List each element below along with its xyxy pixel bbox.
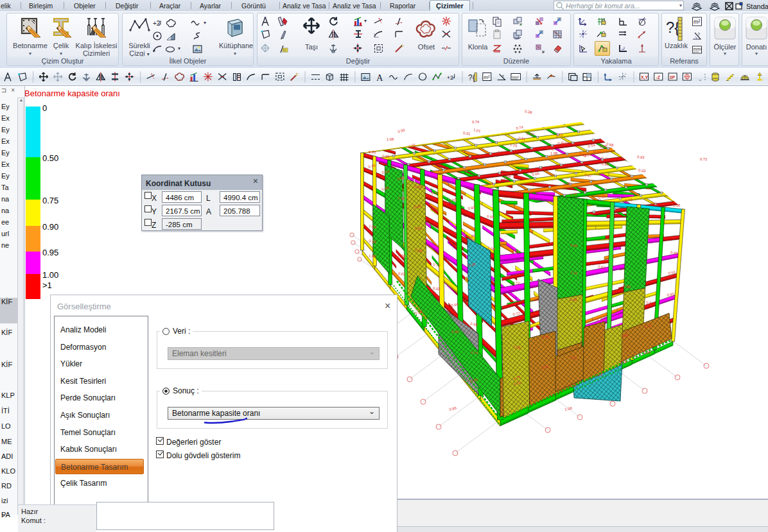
svg-text:0.93: 0.93 (467, 205, 475, 210)
svg-text:0.85: 0.85 (557, 141, 565, 146)
svg-text:0.72: 0.72 (512, 281, 519, 285)
svg-text:0.72: 0.72 (498, 150, 505, 155)
svg-text:0.66: 0.66 (602, 162, 609, 167)
svg-text:0.72: 0.72 (597, 317, 604, 322)
svg-text:0.49: 0.49 (670, 250, 678, 255)
svg-text:0.93: 0.93 (397, 176, 405, 181)
svg-text:3P: 3P (670, 75, 676, 80)
svg-text:0.66: 0.66 (398, 253, 406, 258)
svg-text:0.49: 0.49 (527, 132, 534, 137)
svg-text:0.54: 0.54 (432, 191, 439, 195)
svg-text:?{: ?{ (666, 19, 679, 36)
svg-text:0.93: 0.93 (485, 182, 493, 187)
svg-text:1.08: 1.08 (564, 406, 572, 411)
svg-text:0.66: 0.66 (451, 302, 458, 307)
svg-text:0.72: 0.72 (601, 156, 609, 161)
svg-text:+2: +2 (153, 20, 161, 27)
svg-text:0.49: 0.49 (369, 239, 376, 244)
svg-text:0.91: 0.91 (463, 131, 471, 136)
svg-text:1.08: 1.08 (397, 196, 405, 201)
svg-text:0.66: 0.66 (620, 333, 628, 338)
svg-text:0.93: 0.93 (563, 181, 571, 187)
svg-text:1.08: 1.08 (487, 246, 495, 251)
svg-text:0.49: 0.49 (619, 359, 627, 365)
svg-text:0.85: 0.85 (570, 243, 578, 248)
svg-text:1.01: 1.01 (473, 128, 481, 133)
svg-text:1.08: 1.08 (512, 250, 519, 253)
svg-text:?{: ?{ (468, 73, 475, 82)
svg-text:m²: m² (484, 74, 490, 80)
svg-text:1.20: 1.20 (513, 381, 521, 386)
svg-text:1.08: 1.08 (673, 203, 680, 207)
svg-text:0.93: 0.93 (369, 150, 376, 154)
svg-text:0.49: 0.49 (368, 163, 376, 169)
svg-text:0.38: 0.38 (468, 262, 476, 268)
svg-text:0.72: 0.72 (700, 157, 707, 161)
svg-text:0.93: 0.93 (593, 150, 601, 155)
svg-text:0.55: 0.55 (487, 214, 494, 219)
svg-text:m²: m² (694, 19, 701, 25)
svg-text:0.38: 0.38 (598, 194, 606, 200)
svg-text:0.93: 0.93 (638, 168, 646, 173)
svg-text:0.74: 0.74 (516, 125, 524, 130)
svg-text:1.25: 1.25 (595, 372, 603, 377)
svg-text:0.55: 0.55 (555, 133, 563, 138)
svg-text:0.91: 0.91 (646, 300, 654, 305)
svg-text:0.72: 0.72 (512, 311, 520, 316)
svg-text:X,Y: X,Y (641, 75, 649, 80)
svg-text:0.49: 0.49 (470, 322, 478, 327)
svg-text:1.08: 1.08 (570, 298, 577, 302)
svg-text:1.08: 1.08 (369, 253, 376, 259)
svg-text:0.72: 0.72 (433, 262, 441, 268)
svg-text:0.55: 0.55 (542, 335, 549, 339)
svg-text:?: ? (697, 32, 700, 37)
svg-text:0.74: 0.74 (513, 375, 521, 381)
svg-text:1.01: 1.01 (570, 192, 577, 197)
svg-text:0.66: 0.66 (600, 144, 607, 148)
svg-text:0.74: 0.74 (471, 350, 479, 356)
svg-text:0.54: 0.54 (381, 169, 390, 175)
svg-text:0.54: 0.54 (503, 174, 512, 180)
svg-text:0.66: 0.66 (561, 141, 569, 146)
svg-text:0.66: 0.66 (606, 142, 614, 147)
svg-text:0.72: 0.72 (625, 198, 633, 203)
svg-text:0.91: 0.91 (541, 365, 549, 370)
svg-text:0.38: 0.38 (382, 154, 390, 159)
svg-text:0.62: 0.62 (398, 271, 406, 277)
svg-text:0.47: 0.47 (518, 168, 525, 172)
svg-text:0.62: 0.62 (598, 264, 606, 270)
svg-text:1.01: 1.01 (643, 350, 650, 354)
svg-text:Standa: Standa (746, 3, 768, 10)
svg-text:0.93: 0.93 (397, 128, 405, 133)
svg-text:0.74: 0.74 (472, 120, 480, 124)
svg-text:0.72: 0.72 (569, 384, 576, 388)
svg-text:0.85: 0.85 (667, 292, 674, 297)
svg-text:0.38: 0.38 (415, 248, 423, 253)
svg-text:0.91: 0.91 (518, 136, 526, 141)
svg-text:0.85: 0.85 (467, 234, 475, 239)
svg-text:mm²: mm² (694, 47, 703, 51)
svg-text:0.62: 0.62 (415, 227, 422, 230)
svg-text:1.08: 1.08 (513, 345, 521, 350)
svg-text:0.47: 0.47 (584, 173, 592, 178)
svg-text:A: A (376, 73, 383, 83)
svg-text:+2: +2 (447, 74, 453, 81)
svg-text:0.66: 0.66 (532, 171, 539, 176)
svg-text:mm²: mm² (512, 75, 519, 79)
svg-text:0.95: 0.95 (449, 406, 457, 411)
svg-text:0.93: 0.93 (414, 204, 421, 209)
svg-text:0.93: 0.93 (433, 286, 441, 291)
svg-text:1.01: 1.01 (570, 355, 577, 360)
svg-text:1.01: 1.01 (514, 190, 522, 195)
svg-text:1.25: 1.25 (510, 142, 518, 148)
svg-text:0.55: 0.55 (651, 202, 659, 207)
svg-text:0.66: 0.66 (470, 377, 478, 383)
svg-text:0.38: 0.38 (415, 309, 423, 315)
svg-text:0.38: 0.38 (525, 109, 532, 114)
svg-text:1.01: 1.01 (570, 270, 578, 275)
svg-text:0.93: 0.93 (637, 155, 645, 160)
svg-text:1.08: 1.08 (369, 224, 376, 229)
svg-text:0.85: 0.85 (579, 152, 587, 157)
svg-text:0.54: 0.54 (588, 143, 596, 148)
svg-text:0.85: 0.85 (414, 184, 422, 189)
